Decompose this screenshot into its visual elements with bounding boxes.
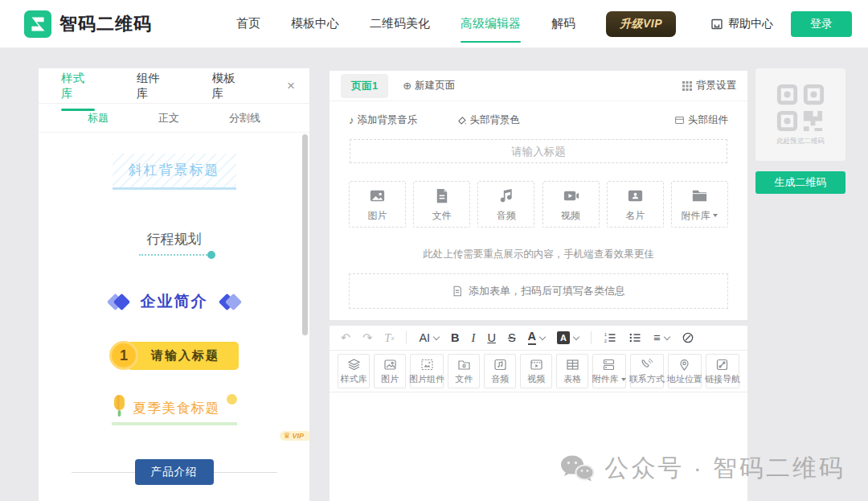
insert-audio-button-2[interactable]: 音频 [484, 354, 516, 388]
qr-placeholder-icon [776, 83, 825, 133]
table-icon [566, 358, 579, 372]
close-icon[interactable]: × [287, 78, 295, 94]
caret-down-icon [621, 378, 626, 381]
video-icon [562, 187, 580, 205]
style-sample-company-title[interactable]: 企业简介 [109, 291, 240, 312]
style-sample-trip-title[interactable]: 行程规划 [139, 227, 210, 256]
ordered-list-button[interactable]: 12 [604, 331, 616, 344]
rich-text-editor: ↶ ↷ Tx AI B I U S A A 12 ≡ [330, 326, 747, 501]
insert-link-nav-button[interactable]: 链接导航 [706, 354, 739, 388]
help-center-link[interactable]: 帮助中心 [710, 17, 773, 31]
subtab-divider[interactable]: 分割线 [229, 111, 260, 125]
italic-button[interactable]: I [472, 332, 476, 344]
paint-bucket-icon [457, 115, 467, 125]
ai-menu-button[interactable]: AI [419, 332, 439, 344]
login-button[interactable]: 登录 [791, 11, 852, 37]
insert-image-button-2[interactable]: 图片 [374, 354, 406, 388]
tab-style-library[interactable]: 样式库 [61, 68, 95, 111]
upload-hint-text: 此处上传需要重点展示的内容，手机端查看效果更佳 [330, 248, 747, 261]
subtab-body-text[interactable]: 正文 [158, 111, 179, 125]
insert-file-button-2[interactable]: 文件 [448, 354, 480, 388]
insert-style-library-button[interactable]: 样式库 [338, 354, 370, 388]
left-panel-scrollbar[interactable] [302, 134, 308, 335]
image-component-icon [420, 358, 434, 372]
chevron-down-icon [573, 333, 579, 339]
underline-button[interactable]: U [487, 332, 495, 344]
chevron-down-icon [433, 333, 440, 339]
qr-preview-panel: 此处预览二维码 生成二维码 [755, 68, 845, 194]
toolbar-divider [406, 331, 407, 344]
editor-content-area[interactable] [330, 392, 747, 501]
insert-image-component-button[interactable]: 图片组件 [410, 354, 444, 388]
help-label: 帮助中心 [728, 17, 773, 31]
toolbar-divider [591, 331, 592, 344]
sun-dot-decoration [227, 394, 237, 404]
title-input[interactable] [350, 139, 727, 163]
font-color-button[interactable]: A [528, 331, 545, 345]
add-form-button[interactable]: 添加表单，扫码后可填写各类信息 [349, 273, 728, 309]
highlight-color-button[interactable]: A [557, 331, 579, 344]
contact-card-icon [626, 187, 645, 205]
subtab-title[interactable]: 标题 [88, 111, 108, 125]
strikethrough-button[interactable]: S [508, 332, 516, 344]
add-background-music-button[interactable]: ♪ 添加背景音乐 [349, 113, 418, 127]
generate-qr-button[interactable]: 生成二维码 [755, 171, 845, 194]
insert-table-button[interactable]: 表格 [556, 354, 588, 388]
background-settings-button[interactable]: 背景设置 [682, 79, 736, 92]
tab-component-library[interactable]: 组件库 [137, 68, 170, 111]
header-component-label: 头部组件 [688, 113, 728, 127]
add-form-label: 添加表单，扫码后可填写各类信息 [469, 284, 625, 298]
style-sample-slash-title[interactable]: 斜杠背景标题 [113, 154, 236, 190]
header-component-button[interactable]: 头部组件 [674, 113, 728, 127]
link-square-icon [715, 358, 729, 372]
style-sample-summer-title[interactable]: 夏季美食标题 [112, 394, 237, 425]
folder-icon [690, 187, 709, 205]
video-icon [530, 358, 543, 372]
plus-circle-icon: ⊕ [403, 80, 411, 92]
page-tab-1[interactable]: 页面1 [341, 74, 388, 98]
insert-image-button[interactable]: 图片 [349, 181, 406, 228]
bold-button[interactable]: B [451, 332, 459, 344]
nav-item-home[interactable]: 首页 [236, 11, 260, 36]
background-settings-label: 背景设置 [696, 79, 736, 92]
number-badge: 1 [109, 341, 138, 370]
diamond-decoration-right [221, 296, 240, 308]
nav-item-advanced-editor[interactable]: 高级编辑器 [461, 11, 521, 36]
nav-item-beautify[interactable]: 二维码美化 [370, 11, 430, 36]
redo-button[interactable]: ↷ [362, 332, 372, 344]
caret-down-icon [713, 214, 718, 217]
qr-preview-card: 此处预览二维码 [755, 68, 845, 161]
page-canvas: 页面1 ⊕ 新建页面 背景设置 ♪ 添加背景音乐 头部背景色 [330, 71, 747, 320]
header-background-color-button[interactable]: 头部背景色 [457, 113, 521, 127]
insert-file-button[interactable]: 文件 [413, 181, 470, 228]
align-menu-button[interactable]: ≡ [653, 332, 669, 344]
insert-contact-button[interactable]: 联系方式 [630, 354, 664, 388]
style-sample-numbered-title[interactable]: 1 请输入标题 [109, 341, 239, 370]
insert-video-button[interactable]: 视频 [542, 181, 600, 228]
nav-menu: 首页 模板中心 二维码美化 高级编辑器 解码 升级VIP [236, 11, 676, 37]
insert-location-button[interactable]: 地址位置 [668, 354, 702, 388]
tab-template-library[interactable]: 模板库 [211, 68, 245, 111]
upgrade-vip-button[interactable]: 升级VIP [606, 11, 676, 37]
summer-title-label: 夏季美食标题 [133, 399, 220, 417]
page-editor-column: 页面1 ⊕ 新建页面 背景设置 ♪ 添加背景音乐 头部背景色 [330, 71, 747, 501]
top-navbar: 智码二维码 首页 模板中心 二维码美化 高级编辑器 解码 升级VIP 帮助中心 … [0, 0, 868, 48]
bullet-list-button[interactable] [628, 331, 641, 344]
undo-button[interactable]: ↶ [341, 332, 350, 344]
logo-link[interactable]: 智码二维码 [24, 10, 152, 38]
crown-icon: ♛ [284, 432, 291, 440]
image-icon [383, 358, 397, 372]
add-music-label: 添加背景音乐 [358, 113, 418, 127]
new-page-button[interactable]: ⊕ 新建页面 [403, 79, 455, 92]
insert-link-button[interactable] [682, 331, 694, 344]
clear-format-button[interactable]: Tx [384, 332, 394, 344]
location-pin-icon [678, 358, 691, 372]
insert-audio-button[interactable]: 音频 [477, 181, 534, 228]
insert-business-card-button[interactable]: 名片 [607, 181, 664, 228]
insert-video-button-2[interactable]: 视频 [520, 354, 552, 388]
insert-attachment-library-button-2[interactable]: 附件库 [592, 354, 626, 388]
insert-attachment-library-button[interactable]: 附件库 [671, 181, 728, 228]
nav-item-decode[interactable]: 解码 [551, 11, 575, 36]
nav-item-templates[interactable]: 模板中心 [291, 11, 339, 36]
style-sample-product-title[interactable]: 产品介绍 [72, 459, 277, 485]
